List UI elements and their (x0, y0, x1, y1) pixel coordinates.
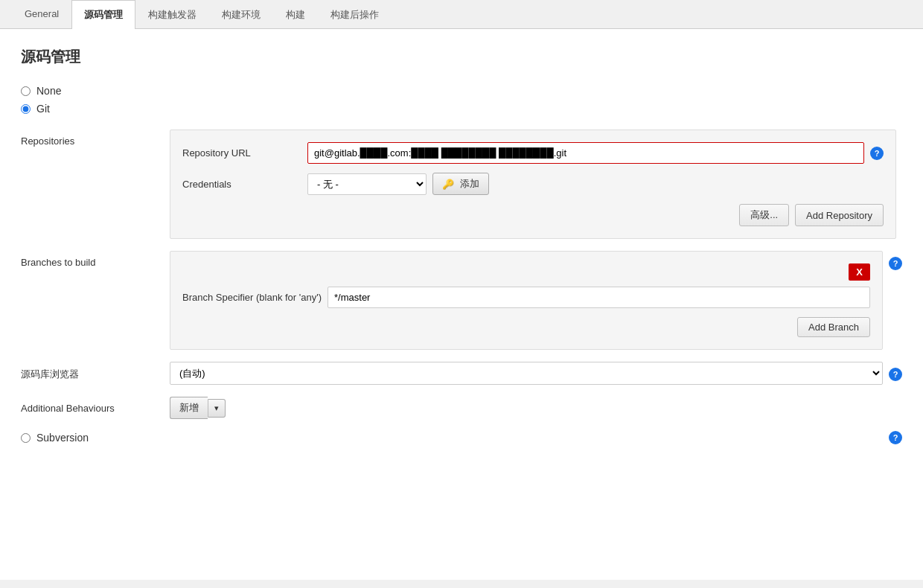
repo-url-row: Repository URL ? (182, 142, 884, 164)
radio-none[interactable]: None (21, 85, 902, 97)
subversion-help-icon[interactable]: ? (889, 431, 902, 444)
repo-url-input-wrapper (307, 142, 864, 164)
branches-help: ? (889, 251, 902, 270)
tab-triggers[interactable]: 构建触发器 (135, 0, 209, 29)
radio-git[interactable]: Git (21, 103, 902, 115)
subversion-row: Subversion ? (21, 431, 902, 444)
branches-help-icon[interactable]: ? (889, 257, 902, 270)
branches-label: Branches to build (21, 251, 170, 268)
page-title: 源码管理 (21, 47, 902, 67)
add-branch-button[interactable]: Add Branch (797, 317, 870, 337)
browser-help-icon[interactable]: ? (889, 368, 902, 381)
repo-url-help-icon[interactable]: ? (870, 147, 884, 160)
radio-git-input[interactable] (21, 104, 31, 114)
tab-build[interactable]: 构建 (273, 0, 318, 29)
radio-subversion-input[interactable] (21, 433, 31, 443)
advanced-button[interactable]: 高级... (739, 204, 789, 226)
repositories-content: Repository URL ? Credentials - 无 - 🔑添加 高… (170, 130, 896, 239)
x-btn-row: X (182, 263, 870, 281)
tab-source[interactable]: 源码管理 (71, 0, 135, 29)
browser-help: ? (889, 362, 902, 381)
radio-subversion[interactable]: Subversion (21, 432, 89, 444)
repositories-section: Repositories Repository URL ? Credential… (21, 130, 902, 239)
remove-branch-button[interactable]: X (849, 263, 870, 281)
repositories-label: Repositories (21, 130, 170, 147)
behaviours-label: Additional Behaviours (21, 397, 170, 414)
credentials-label: Credentials (182, 179, 301, 190)
new-behaviour-caret[interactable]: ▾ (208, 399, 226, 418)
tab-general[interactable]: General (12, 0, 71, 29)
tabs-bar: General 源码管理 构建触发器 构建环境 构建 构建后操作 (0, 0, 923, 29)
tab-post-build[interactable]: 构建后操作 (318, 0, 392, 29)
credentials-row: Credentials - 无 - 🔑添加 (182, 173, 884, 195)
add-credentials-button[interactable]: 🔑添加 (432, 173, 489, 195)
main-content: 源码管理 None Git Repositories Repository UR… (0, 29, 923, 580)
branch-specifier-input[interactable] (328, 287, 870, 308)
branch-specifier-row: Branch Specifier (blank for 'any') (182, 287, 870, 308)
radio-none-input[interactable] (21, 86, 31, 96)
scm-radio-group: None Git (21, 85, 902, 115)
add-branch-btn-row: Add Branch (182, 317, 870, 337)
browser-select[interactable]: (自动) (170, 362, 883, 385)
branches-content: X Branch Specifier (blank for 'any') Add… (170, 251, 883, 350)
repo-url-input[interactable] (307, 142, 864, 164)
repo-url-label: Repository URL (182, 147, 301, 159)
credentials-select[interactable]: - 无 - (307, 173, 427, 195)
new-behaviour-button[interactable]: 新增 (170, 397, 208, 419)
new-btn-wrapper: 新增 ▾ (170, 397, 226, 419)
branch-specifier-label: Branch Specifier (blank for 'any') (182, 292, 322, 303)
add-repository-button[interactable]: Add Repository (795, 204, 884, 226)
behaviours-section: Additional Behaviours 新增 ▾ (21, 397, 902, 419)
browser-section: 源码库浏览器 (自动) ? (21, 362, 902, 385)
browser-label: 源码库浏览器 (21, 362, 170, 381)
tab-environment[interactable]: 构建环境 (209, 0, 273, 29)
branch-specifier-input-wrapper (328, 287, 870, 308)
branches-section: Branches to build X Branch Specifier (bl… (21, 251, 902, 350)
